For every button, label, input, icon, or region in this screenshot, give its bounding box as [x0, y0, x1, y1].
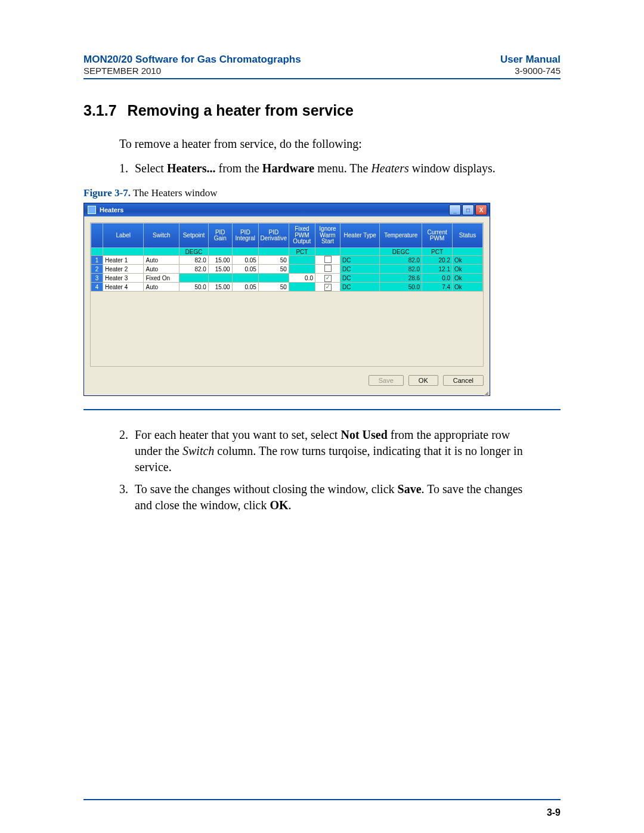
runsub-left: SEPTEMBER 2010	[83, 66, 161, 76]
runhead-left: MON20/20 Software for Gas Chromatographs	[83, 54, 301, 66]
intro-paragraph: To remove a heater from service, do the …	[119, 136, 537, 152]
heaters-window: Heaters _ □ X Label Switch	[83, 203, 490, 396]
ok-button[interactable]: OK	[408, 375, 438, 386]
table-row[interactable]: 3 Heater 3 Fixed On 0.0 ✓ DC 28.6 0.0 Ok	[91, 274, 483, 283]
footer-rule	[83, 799, 561, 800]
runhead-right: User Manual	[500, 54, 561, 66]
table-row[interactable]: 4 Heater 4 Auto 50.0 15.00 0.05 50 ✓ DC …	[91, 283, 483, 292]
step-3: 3. To save the changes without closing t…	[119, 481, 537, 513]
maximize-button[interactable]: □	[462, 205, 474, 215]
section-title-text: Removing a heater from service	[128, 102, 354, 119]
resize-grip-icon[interactable]: ◢	[84, 392, 490, 395]
save-button[interactable]: Save	[369, 375, 404, 386]
app-icon	[88, 206, 96, 214]
heaters-grid[interactable]: Label Switch Setpoint PID Gain PID Integ…	[90, 222, 484, 367]
figure-caption: Figure 3-7. The Heaters window	[83, 187, 561, 199]
separator	[83, 409, 561, 410]
titlebar[interactable]: Heaters _ □ X	[84, 203, 490, 216]
header-row: Label Switch Setpoint PID Gain PID Integ…	[91, 224, 483, 248]
cancel-button[interactable]: Cancel	[443, 375, 484, 386]
step-2: 2. For each heater that you want to set,…	[119, 427, 537, 475]
runsub-right: 3-9000-745	[515, 66, 561, 76]
table-row[interactable]: 2 Heater 2 Auto 82.0 15.00 0.05 50 DC 82…	[91, 265, 483, 274]
page-number: 3-9	[547, 807, 561, 818]
units-row: DEGC PCT DEGCPCT	[91, 248, 483, 256]
ignore-checkbox[interactable]	[315, 256, 340, 265]
table-row[interactable]: 1 Heater 1 Auto 82.0 15.00 0.05 50 DC 82…	[91, 256, 483, 265]
ignore-checkbox[interactable]: ✓	[315, 283, 340, 292]
minimize-button[interactable]: _	[449, 205, 461, 215]
ignore-checkbox[interactable]: ✓	[315, 274, 340, 283]
ignore-checkbox[interactable]	[315, 265, 340, 274]
close-button[interactable]: X	[475, 205, 487, 215]
step-1: 1. Select Heaters... from the Hardware m…	[119, 160, 537, 176]
section-number: 3.1.7	[83, 102, 117, 119]
section-heading: 3.1.7Removing a heater from service	[83, 102, 561, 119]
window-title: Heaters	[100, 206, 448, 213]
